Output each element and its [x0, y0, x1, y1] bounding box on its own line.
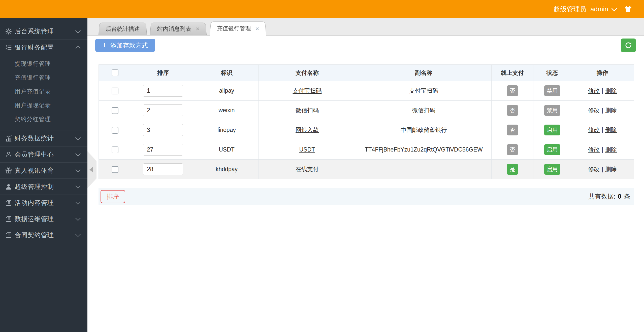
- sidebar-item-contract-mgmt[interactable]: 合同契约管理: [0, 227, 87, 243]
- total-label: 共有数据:: [588, 192, 615, 201]
- column-header-actions: 操作: [571, 65, 634, 81]
- online-badge: 否: [507, 105, 518, 116]
- sidebar-item-label: 后台系统管理: [15, 27, 54, 35]
- sidebar: 后台系统管理 银行财务配置 提现银行管理 充值银行管理 用户充值记录 用户提现记…: [0, 18, 87, 332]
- payment-name-link[interactable]: 微信扫码: [296, 107, 319, 114]
- sort-button[interactable]: 排序: [101, 190, 125, 203]
- delete-link[interactable]: 删除: [605, 107, 617, 114]
- chevron-up-icon: [75, 46, 81, 51]
- chevron-down-icon: [75, 183, 81, 189]
- sort-input[interactable]: [143, 85, 183, 97]
- select-all-checkbox[interactable]: [112, 69, 118, 76]
- delete-link[interactable]: 删除: [605, 87, 617, 94]
- tab-label: 后台统计描述: [105, 25, 140, 33]
- action-separator: |: [602, 146, 603, 153]
- sidebar-item-data-ops[interactable]: 数据运维管理: [0, 211, 87, 227]
- sidebar-item-contract-dividend[interactable]: 契约分红管理: [0, 112, 87, 126]
- sidebar-item-label: 会员管理中心: [15, 150, 54, 159]
- tab-bar: 后台统计描述 站内消息列表 × 充值银行管理 ×: [87, 18, 644, 35]
- sidebar-item-withdraw-bank[interactable]: 提现银行管理: [0, 57, 87, 71]
- code-cell: weixin: [195, 101, 259, 120]
- sidebar-item-label: 超级管理控制: [15, 182, 54, 191]
- sidebar-item-label: 真人视讯体育: [15, 166, 54, 175]
- tshirt-icon[interactable]: [624, 5, 632, 14]
- online-badge: 否: [507, 85, 518, 96]
- status-badge: 启用: [544, 144, 560, 155]
- tab-recharge-bank[interactable]: 充值银行管理 ×: [210, 21, 266, 35]
- edit-link[interactable]: 修改: [588, 87, 600, 94]
- news-icon: [5, 215, 12, 223]
- tab-site-messages[interactable]: 站内消息列表 ×: [150, 23, 207, 35]
- row-checkbox[interactable]: [112, 127, 118, 134]
- payment-name-link[interactable]: USDT: [299, 146, 315, 153]
- table-header-row: 排序 标识 支付名称 副名称 线上支付 状态 操作: [99, 65, 634, 81]
- column-header-subname: 副名称: [356, 65, 492, 81]
- sort-input[interactable]: [143, 144, 183, 156]
- total-value: 0: [618, 193, 621, 200]
- sidebar-item-recharge-bank[interactable]: 充值银行管理: [0, 71, 87, 85]
- edit-link[interactable]: 修改: [588, 166, 600, 172]
- payment-name-link[interactable]: 网银入款: [296, 127, 319, 133]
- edit-link[interactable]: 修改: [588, 146, 600, 153]
- sidebar-collapse-handle[interactable]: [87, 151, 96, 188]
- row-checkbox[interactable]: [112, 166, 118, 173]
- status-badge: 禁用: [544, 105, 560, 116]
- sidebar-item-activity-content[interactable]: 活动内容管理: [0, 195, 87, 211]
- sidebar-item-label: 财务数据统计: [15, 134, 54, 142]
- tab-backend-stats[interactable]: 后台统计描述: [99, 23, 147, 35]
- action-separator: |: [602, 107, 603, 114]
- refresh-button[interactable]: [621, 39, 636, 52]
- sidebar-item-bank-finance[interactable]: 银行财务配置: [0, 40, 87, 55]
- column-header-name: 支付名称: [259, 65, 356, 81]
- column-header-sort: 排序: [131, 65, 195, 81]
- subname-cell: TT4FFjBheFbYzu1Zu2qRtQVGTiVDC56GEW: [356, 140, 492, 160]
- add-button-label: 添加存款方式: [110, 41, 148, 50]
- close-icon[interactable]: ×: [255, 25, 259, 32]
- ordered-list-icon: [5, 44, 12, 51]
- tab-label: 充值银行管理: [217, 25, 251, 32]
- sidebar-item-super-admin[interactable]: 超级管理控制: [0, 179, 87, 195]
- sidebar-item-backend-system[interactable]: 后台系统管理: [0, 23, 87, 39]
- chevron-down-icon: [75, 28, 81, 33]
- subname-cell: 中国邮政储蓄银行: [356, 120, 492, 140]
- chevron-down-icon: [75, 215, 81, 221]
- row-checkbox[interactable]: [112, 88, 118, 94]
- close-icon[interactable]: ×: [196, 26, 200, 32]
- delete-link[interactable]: 删除: [605, 146, 617, 153]
- sidebar-item-finance-stats[interactable]: 财务数据统计: [0, 130, 87, 146]
- total-unit: 条: [624, 192, 630, 201]
- subname-cell: [356, 160, 492, 179]
- delete-link[interactable]: 删除: [605, 166, 617, 172]
- user-outline-icon: [5, 151, 12, 158]
- delete-link[interactable]: 删除: [605, 127, 617, 133]
- code-cell: alipay: [195, 81, 259, 101]
- code-cell: linepay: [195, 120, 259, 140]
- table-row: khddpay 在线支付 是 启用 修改|删除: [99, 160, 634, 179]
- edit-link[interactable]: 修改: [588, 127, 600, 133]
- user-menu[interactable]: 超级管理员 admin: [554, 5, 616, 14]
- sidebar-item-member-center[interactable]: 会员管理中心: [0, 146, 87, 162]
- sidebar-item-label: 数据运维管理: [15, 215, 54, 223]
- column-header-online: 线上支付: [492, 65, 533, 81]
- sort-input[interactable]: [143, 124, 183, 136]
- sidebar-item-live-sports[interactable]: 真人视讯体育: [0, 163, 87, 178]
- chevron-down-icon: [75, 232, 81, 237]
- edit-link[interactable]: 修改: [588, 107, 600, 114]
- row-checkbox[interactable]: [112, 146, 118, 153]
- payment-methods-table: 排序 标识 支付名称 副名称 线上支付 状态 操作: [99, 64, 644, 179]
- add-deposit-method-button[interactable]: + 添加存款方式: [95, 39, 155, 52]
- sidebar-item-label: 活动内容管理: [15, 199, 54, 207]
- code-cell: khddpay: [195, 160, 259, 179]
- subname-cell: 微信扫码: [356, 101, 492, 120]
- sort-input[interactable]: [143, 163, 183, 175]
- sidebar-item-user-withdraw-records[interactable]: 用户提现记录: [0, 98, 87, 112]
- user-role-label: 超级管理员: [554, 5, 586, 14]
- payment-name-link[interactable]: 支付宝扫码: [293, 87, 322, 94]
- sort-input[interactable]: [143, 104, 183, 116]
- sidebar-item-user-recharge-records[interactable]: 用户充值记录: [0, 85, 87, 98]
- action-separator: |: [602, 87, 603, 94]
- action-separator: |: [602, 127, 603, 133]
- row-checkbox[interactable]: [112, 107, 118, 114]
- payment-name-link[interactable]: 在线支付: [296, 166, 319, 172]
- status-badge: 启用: [544, 125, 560, 135]
